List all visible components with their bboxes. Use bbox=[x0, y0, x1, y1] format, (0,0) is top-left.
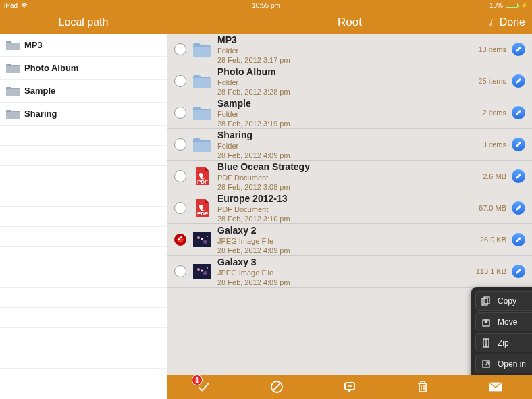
file-row[interactable]: Europe 2012-13 PDF Document 28 Feb, 2012… bbox=[167, 192, 532, 224]
file-date: 28 Feb, 2012 4:09 pm bbox=[217, 246, 480, 255]
popover-copy[interactable]: Copy bbox=[475, 291, 532, 311]
open-icon bbox=[481, 359, 491, 369]
edit-button[interactable] bbox=[512, 265, 525, 278]
music-icon bbox=[486, 18, 496, 27]
file-kind: Folder bbox=[217, 46, 478, 55]
row-checkbox[interactable] bbox=[174, 170, 186, 182]
delete-button[interactable] bbox=[416, 380, 429, 394]
file-date: 28 Feb, 2012 3:08 pm bbox=[217, 183, 483, 191]
clock: 10:55 pm bbox=[179, 2, 354, 9]
popover-move[interactable]: Move bbox=[475, 312, 532, 331]
file-row[interactable]: MP3 Folder 28 Feb, 2012 3:17 pm 13 items bbox=[167, 34, 532, 65]
folder-icon bbox=[192, 39, 212, 59]
file-date: 28 Feb, 2012 4:09 pm bbox=[217, 151, 483, 159]
file-row[interactable]: Photo Album Folder 28 Feb, 2012 3:28 pm … bbox=[167, 65, 532, 97]
file-name: Photo Album bbox=[217, 66, 478, 78]
file-row[interactable]: Blue Ocean Strategy PDF Document 28 Feb,… bbox=[167, 161, 532, 192]
popover-open-in[interactable]: Open in bbox=[475, 354, 532, 373]
image-icon bbox=[192, 230, 212, 250]
done-button[interactable]: Done bbox=[486, 16, 525, 28]
comment-button[interactable] bbox=[343, 380, 356, 394]
sidebar-item-label: Sharing bbox=[24, 109, 57, 119]
file-name: Blue Ocean Strategy bbox=[217, 161, 483, 173]
row-checkbox[interactable] bbox=[174, 138, 186, 151]
file-date: 28 Feb, 2012 3:10 pm bbox=[217, 215, 479, 223]
copy-icon bbox=[481, 296, 491, 306]
file-kind: JPEG Image File bbox=[217, 236, 480, 246]
file-meta: 13 items bbox=[478, 45, 506, 53]
main-panel: MP3 Folder 28 Feb, 2012 3:17 pm 13 items… bbox=[167, 34, 532, 399]
popover-label: Move bbox=[498, 317, 517, 327]
file-date: 28 Feb, 2012 3:19 pm bbox=[217, 119, 483, 128]
sidebar-item-label: MP3 bbox=[24, 40, 43, 50]
file-name: Sharing bbox=[217, 130, 483, 141]
file-meta: 3 items bbox=[483, 140, 506, 149]
edit-button[interactable] bbox=[512, 106, 525, 119]
folder-icon bbox=[5, 109, 20, 119]
done-label: Done bbox=[500, 16, 525, 28]
battery-label: 13% bbox=[489, 2, 503, 9]
file-meta: 67.0 MB bbox=[479, 204, 506, 212]
file-meta: 26.0 KB bbox=[480, 236, 506, 244]
row-checkbox[interactable] bbox=[174, 43, 186, 55]
folder-icon bbox=[192, 134, 212, 155]
move-icon bbox=[481, 317, 491, 327]
pdf-icon bbox=[192, 166, 212, 186]
popover-zip[interactable]: Zip bbox=[475, 333, 532, 352]
battery-icon bbox=[506, 3, 518, 8]
file-date: 28 Feb, 2012 3:28 pm bbox=[217, 88, 478, 96]
row-checkbox[interactable] bbox=[174, 265, 186, 277]
popover-label: Open in bbox=[498, 359, 526, 369]
edit-button[interactable] bbox=[512, 169, 525, 183]
sidebar-item-label: Sample bbox=[24, 86, 55, 96]
row-checkbox[interactable] bbox=[174, 75, 186, 87]
folder-icon bbox=[192, 103, 212, 123]
file-name: Galaxy 2 bbox=[217, 225, 480, 236]
charging-icon: ⚡ bbox=[521, 2, 528, 9]
edit-button[interactable] bbox=[512, 43, 525, 56]
deselect-button[interactable] bbox=[270, 380, 284, 394]
file-meta: 2 items bbox=[483, 109, 506, 117]
header: Local path Root Done bbox=[0, 11, 532, 34]
status-bar: iPad 10:55 pm 13% ⚡ bbox=[0, 0, 532, 11]
folder-icon bbox=[5, 86, 20, 97]
selection-badge: 1 bbox=[192, 375, 203, 385]
file-row[interactable]: Sample Folder 28 Feb, 2012 3:19 pm 2 ite… bbox=[167, 97, 532, 129]
row-checkbox[interactable] bbox=[174, 107, 186, 119]
file-row[interactable]: Sharing Folder 28 Feb, 2012 4:09 pm 3 it… bbox=[167, 129, 532, 161]
sidebar-title: Local path bbox=[0, 11, 167, 34]
file-row[interactable]: Galaxy 3 JPEG Image File 28 Feb, 2012 4:… bbox=[167, 256, 532, 288]
sidebar-item[interactable]: MP3 bbox=[0, 34, 167, 57]
sidebar-item[interactable]: Photo Album bbox=[0, 57, 167, 80]
popover-label: Copy bbox=[498, 296, 516, 306]
sidebar-item[interactable]: Sharing bbox=[0, 103, 167, 126]
row-checkbox[interactable] bbox=[174, 202, 186, 214]
file-name: Europe 2012-13 bbox=[217, 193, 479, 205]
file-kind: JPEG Image File bbox=[217, 268, 476, 277]
popover-label: Zip bbox=[498, 338, 509, 348]
edit-button[interactable] bbox=[512, 233, 525, 246]
file-name: Galaxy 3 bbox=[217, 257, 476, 268]
wifi-icon bbox=[20, 2, 28, 9]
edit-button[interactable] bbox=[512, 201, 525, 215]
file-row[interactable]: Galaxy 2 JPEG Image File 28 Feb, 2012 4:… bbox=[167, 224, 532, 256]
folder-icon bbox=[5, 63, 20, 74]
file-kind: PDF Document bbox=[217, 173, 483, 182]
sidebar-item[interactable]: Sample bbox=[0, 80, 167, 103]
sidebar: MP3Photo AlbumSampleSharing bbox=[0, 34, 167, 399]
select-button[interactable]: 1 bbox=[197, 380, 211, 394]
file-meta: 2.6 MB bbox=[483, 172, 506, 180]
edit-button[interactable] bbox=[512, 74, 525, 88]
file-meta: 113.1 KB bbox=[476, 267, 506, 275]
row-checkbox[interactable] bbox=[174, 234, 186, 246]
file-kind: PDF Document bbox=[217, 205, 479, 214]
file-kind: Folder bbox=[217, 78, 478, 87]
svg-line-10 bbox=[273, 383, 280, 390]
file-meta: 25 items bbox=[478, 77, 506, 85]
mail-button[interactable] bbox=[489, 380, 502, 394]
edit-button[interactable] bbox=[512, 138, 525, 151]
zip-icon bbox=[481, 338, 491, 348]
image-icon bbox=[192, 261, 212, 282]
file-name: MP3 bbox=[217, 34, 478, 46]
folder-icon bbox=[192, 71, 212, 91]
